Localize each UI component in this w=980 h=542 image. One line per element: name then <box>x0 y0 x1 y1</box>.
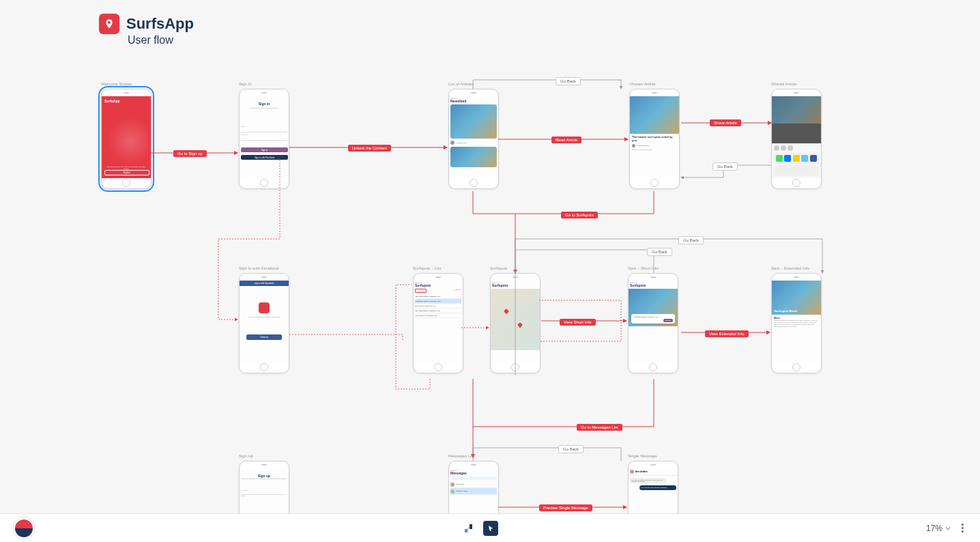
map-pin-icon[interactable] <box>504 309 509 314</box>
avatar[interactable] <box>14 518 34 539</box>
messages-icon[interactable] <box>776 155 783 162</box>
flow-label: Go Back <box>556 77 581 85</box>
pointer-tool-button[interactable] <box>483 521 498 536</box>
screen-label: Surfspots <box>490 266 507 270</box>
screen-spot-extended[interactable]: Huntington Beach About Huntington Beach … <box>771 273 822 373</box>
fb-header: Log in with Facebook <box>240 281 289 286</box>
newsfeed-title: Newsfeed <box>450 99 497 103</box>
email-label: Email <box>241 126 287 128</box>
flow-label: Go Back <box>558 445 583 453</box>
screen-signin[interactable]: Sign in Connect with local surfers near … <box>239 89 289 189</box>
flow-label: Go Back <box>647 248 672 256</box>
zoom-control[interactable]: 17% <box>926 524 951 533</box>
signin-copy: Connect with local surfers near you <box>241 107 287 109</box>
screen-label: List of Articles <box>448 82 474 86</box>
brand-name: SurfsApp <box>126 15 194 33</box>
zoom-value: 17% <box>926 524 942 533</box>
article-title: The hottest surf spots voted by you <box>632 136 677 143</box>
screen-label: Chosen Article <box>629 82 656 86</box>
screen-surfspots-list[interactable]: SURFSAPP Surfspots Map viewNear me Salt … <box>413 273 463 373</box>
list-item[interactable]: The Wedge, California, USA <box>415 304 461 309</box>
screen-welcome[interactable]: SurfsApp Discover the best surf spots an… <box>101 89 152 189</box>
notes-icon[interactable] <box>793 155 800 162</box>
surfspots-title: Surfspots <box>415 283 461 287</box>
screen-label: Sign Up <box>239 454 253 458</box>
list-item[interactable]: Huntington Beach, California, USA <box>415 299 461 304</box>
more-options-button[interactable] <box>959 521 966 535</box>
screen-label: Sign In with Facebook <box>239 266 279 270</box>
screen-label: Single Message <box>628 454 657 458</box>
screen-messages[interactable]: SURFSAPP Messages Mila al Tuti Johanna P… <box>448 461 499 513</box>
action-icon[interactable] <box>784 167 791 174</box>
action-icon[interactable] <box>793 167 800 174</box>
screen-article[interactable]: The hottest surf spots voted by you Mich… <box>629 89 680 189</box>
flow-label: Go to Surfspots <box>561 212 598 218</box>
explore-button[interactable]: Explore <box>104 170 149 175</box>
screen-chat[interactable]: Ann Jenkins Hey did you check out the ne… <box>628 461 678 513</box>
flow-label: Go to Messages List <box>577 424 622 431</box>
article-body: Check out the full list 2018 <box>632 149 677 151</box>
svg-rect-1 <box>470 524 472 529</box>
screen-label: Spot – Extended Info <box>771 266 809 270</box>
flow-label: Unlock the Content <box>348 145 391 152</box>
screen-label: Surfspots – List <box>413 266 441 270</box>
twitter-icon[interactable] <box>801 155 808 162</box>
screen-label: Spot – Short Info <box>628 266 659 270</box>
password-label: Password <box>241 134 287 136</box>
list-item[interactable]: Malibu Beach, California, USA <box>415 313 461 318</box>
article-author: Michael Jackson <box>637 145 649 147</box>
brand-header: SurfsApp <box>99 14 194 34</box>
flow-label: View Short Info <box>560 319 596 326</box>
welcome-copy: Discover the best surf spots and connect… <box>104 166 148 170</box>
flow-connectors <box>0 0 980 513</box>
mail-icon[interactable] <box>784 155 791 162</box>
flow-label: Go Back <box>712 162 738 171</box>
fb-continue-button[interactable]: Continue <box>246 334 282 340</box>
signin-fb-button[interactable]: Sign in with Facebook <box>241 155 288 160</box>
facebook-icon[interactable] <box>810 155 817 162</box>
action-icon[interactable] <box>801 167 808 174</box>
list-item[interactable]: Salt Creek Beach, California, USA <box>415 309 461 313</box>
chevron-down-icon <box>945 526 951 531</box>
screen-label: Messages List <box>448 454 474 458</box>
screen-label: Sign In <box>239 82 252 86</box>
flow-label: Go to Sign up <box>173 150 207 157</box>
flow-label: View Extended Info <box>705 330 749 337</box>
signin-title: Sign in <box>241 102 287 106</box>
details-button[interactable]: Details <box>663 319 673 322</box>
screen-surfspots-map[interactable]: SURFSAPP Surfspots <box>490 273 541 373</box>
map-view[interactable] <box>491 289 540 350</box>
screen-fbsignin[interactable]: Log in with Facebook SurfsApp would like… <box>239 273 289 373</box>
screen-share[interactable] <box>771 89 822 189</box>
screen-label: Welcome Screen <box>101 82 132 86</box>
spot-title: Huntington Beach <box>774 309 797 313</box>
app-icon <box>259 302 270 313</box>
flow-label: Share Article <box>710 119 741 126</box>
bottom-toolbar: 17% <box>0 513 980 542</box>
svg-rect-0 <box>465 529 467 532</box>
design-canvas[interactable]: SurfsApp User flow Welcome Screen <box>0 0 980 513</box>
screen-spot-short[interactable]: SURFSAPP Surfspots Huntington Beach, Cal… <box>628 273 678 373</box>
share-sheet <box>774 153 819 164</box>
signin-button[interactable]: Sign In <box>241 147 288 152</box>
screen-label: Shared Article <box>771 82 796 86</box>
screen-newsfeed[interactable]: SURFSAPP Newsfeed Michael Smith <box>448 89 499 189</box>
flow-tool-button[interactable] <box>461 521 476 536</box>
map-pin-icon[interactable] <box>517 322 523 328</box>
page-subtitle: User flow <box>128 34 173 46</box>
brand-logo-icon <box>99 14 119 34</box>
screen-signup[interactable]: Sign up Discover the best surf spots and… <box>239 461 289 513</box>
flow-label: Read Article <box>551 137 581 143</box>
flow-label: Go Back <box>678 236 704 244</box>
list-item[interactable]: Salt Creek Beach, California, USA <box>415 294 461 299</box>
flow-label: Preview Single Message <box>539 504 592 511</box>
action-icon[interactable] <box>776 167 783 174</box>
